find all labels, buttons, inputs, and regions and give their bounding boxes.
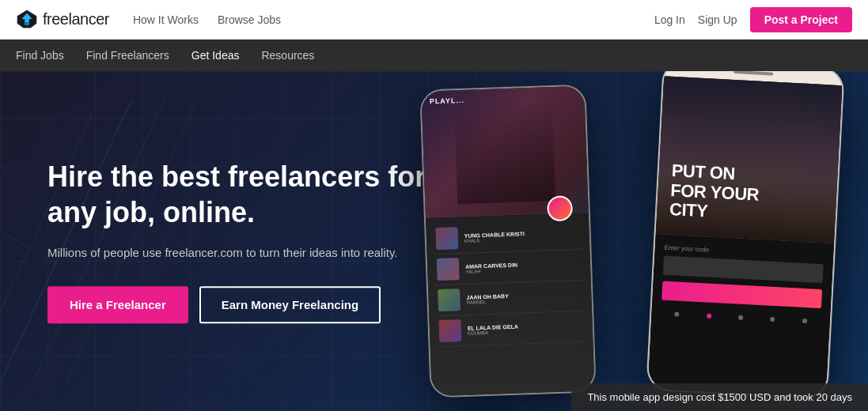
cost-banner: This mobile app design cost $1500 USD an… bbox=[571, 383, 868, 411]
phones-area: PLAYL... YUNG CHABLE KRISTI KHALIL bbox=[377, 71, 868, 411]
subnav-find-freelancers[interactable]: Find Freelancers bbox=[86, 49, 169, 62]
hero-headline: Hire the best freelancers for any job, o… bbox=[47, 159, 427, 230]
logo-text: freelancer bbox=[43, 10, 109, 28]
song-thumb-1 bbox=[435, 227, 458, 250]
song-item-2: AMAR CARVES DIN YALAH bbox=[434, 250, 585, 286]
subnav-get-ideas[interactable]: Get Ideas bbox=[191, 49, 240, 62]
hero-section: Hire the best freelancers for any job, o… bbox=[0, 71, 868, 411]
logo[interactable]: freelancer bbox=[16, 9, 109, 31]
sub-navigation: Find Jobs Find Freelancers Get Ideas Res… bbox=[0, 40, 868, 71]
earn-money-button[interactable]: Earn Money Freelancing bbox=[199, 286, 381, 323]
nav-dot-4 bbox=[770, 317, 775, 322]
song-artist-3: RAMSEL bbox=[467, 299, 509, 305]
phone-speaker bbox=[733, 71, 773, 76]
songs-list: YUNG CHABLE KRISTI KHALIL AMAR CARVES DI… bbox=[426, 212, 593, 353]
post-project-button[interactable]: Post a Project bbox=[750, 7, 852, 32]
top-nav-right: Log In Sign Up Post a Project bbox=[654, 7, 852, 32]
song-item-1: YUNG CHABLE KRISTI KHALIL bbox=[432, 219, 583, 255]
how-it-works-link[interactable]: How It Works bbox=[133, 13, 199, 26]
nav-dot-2 bbox=[707, 314, 711, 319]
song-info-1: YUNG CHABLE KRISTI KHALIL bbox=[464, 231, 525, 243]
put-on-text: PUT ONFOR YOURCITY bbox=[669, 161, 760, 223]
song-item-4: EL LALA DIE GELA KOUMBA bbox=[435, 311, 586, 348]
hero-content: Hire the best freelancers for any job, o… bbox=[47, 159, 427, 323]
song-thumb-3 bbox=[438, 288, 461, 311]
phone-bottom-nav bbox=[661, 305, 821, 331]
enter-code-input[interactable] bbox=[663, 256, 824, 284]
subnav-find-jobs[interactable]: Find Jobs bbox=[16, 49, 64, 62]
signup-link[interactable]: Sign Up bbox=[698, 13, 737, 26]
subnav-resources[interactable]: Resources bbox=[261, 49, 314, 62]
hero-buttons: Hire a Freelancer Earn Money Freelancing bbox=[47, 286, 427, 323]
phone-mockup-right: PUT ONFOR YOURCITY Enter your code bbox=[646, 71, 845, 400]
phone-cta-button[interactable] bbox=[661, 281, 822, 309]
playlist-label: PLAYL... bbox=[430, 96, 465, 106]
hero-subheadline: Millions of people use freelancer.com to… bbox=[47, 244, 427, 262]
phone-screen-left: PLAYL... YUNG CHABLE KRISTI KHALIL bbox=[421, 86, 594, 397]
song-thumb-4 bbox=[438, 319, 461, 342]
cost-banner-text: This mobile app design cost $1500 USD an… bbox=[587, 391, 852, 403]
nav-dot-1 bbox=[674, 311, 679, 316]
song-info-4: EL LALA DIE GELA KOUMBA bbox=[468, 323, 519, 335]
nav-dot-5 bbox=[802, 319, 807, 323]
song-info-2: AMAR CARVES DIN YALAH bbox=[465, 262, 517, 273]
play-header: PLAYL... bbox=[430, 92, 577, 105]
song-thumb-2 bbox=[437, 258, 460, 281]
phone-bottom-section: Enter your code bbox=[650, 234, 834, 341]
freelancer-logo-icon bbox=[16, 9, 38, 31]
top-navigation: freelancer How It Works Browse Jobs Log … bbox=[0, 0, 868, 40]
login-link[interactable]: Log In bbox=[654, 13, 685, 26]
phone-screen-right: PUT ONFOR YOURCITY Enter your code bbox=[646, 76, 842, 399]
phone-image-top: PLAYL... bbox=[421, 86, 588, 218]
concert-image: PUT ONFOR YOURCITY bbox=[656, 76, 843, 243]
phone-mockup-left: PLAYL... YUNG CHABLE KRISTI KHALIL bbox=[419, 84, 596, 398]
song-item-3: JAAN OH BABY RAMSEL bbox=[434, 281, 586, 317]
top-nav-links: How It Works Browse Jobs bbox=[133, 13, 654, 26]
song-info-3: JAAN OH BABY RAMSEL bbox=[466, 293, 509, 305]
nav-dot-3 bbox=[738, 315, 743, 320]
browse-jobs-link[interactable]: Browse Jobs bbox=[218, 13, 281, 26]
hire-freelancer-button[interactable]: Hire a Freelancer bbox=[47, 286, 188, 323]
